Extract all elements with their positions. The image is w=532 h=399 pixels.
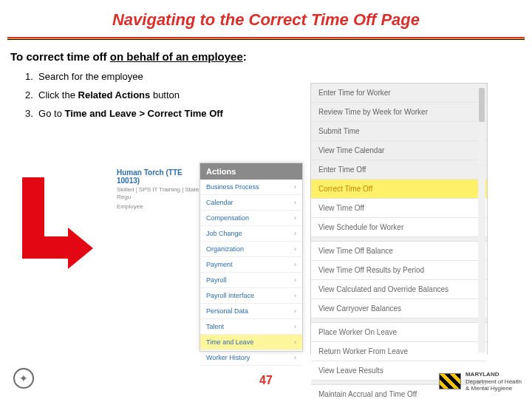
- footer-org3: & Mental Hygiene: [466, 385, 522, 392]
- submenu-item[interactable]: View Time Off Results by Period: [311, 261, 487, 280]
- chevron-right-icon: ›: [294, 230, 296, 237]
- submenu-item[interactable]: View Calculated and Override Balances: [311, 280, 487, 299]
- actions-item[interactable]: Job Change›: [200, 226, 302, 242]
- intro-text: To correct time off on behalf of an empl…: [0, 47, 532, 69]
- footer-org1: MARYLAND: [466, 371, 522, 378]
- slide-title: Navigating to the Correct Time Off Page: [0, 0, 532, 37]
- intro-tail: :: [243, 50, 247, 63]
- submenu-item[interactable]: View Time Calendar: [311, 141, 487, 160]
- employee-meta2: Employee: [117, 203, 200, 211]
- actions-item[interactable]: Calendar›: [200, 195, 302, 211]
- actions-header: Actions: [200, 163, 302, 180]
- actions-item[interactable]: Payment›: [200, 257, 302, 273]
- footer-org2: Department of Health: [466, 378, 522, 385]
- chevron-right-icon: ›: [294, 338, 296, 346]
- actions-item[interactable]: Talent›: [200, 319, 302, 335]
- chevron-right-icon: ›: [294, 183, 296, 191]
- submenu-item[interactable]: Enter Time for Worker: [311, 83, 487, 103]
- chevron-right-icon: ›: [294, 323, 296, 330]
- actions-item[interactable]: Time and Leave›: [200, 335, 302, 350]
- actions-item[interactable]: Payroll Interface›: [200, 288, 302, 304]
- actions-item[interactable]: Compensation›: [200, 211, 302, 226]
- submenu-item[interactable]: Submit Time: [311, 122, 487, 141]
- submenu-item[interactable]: View Carryover Balances: [311, 299, 487, 318]
- footer-logo: MARYLAND Department of Health & Mental H…: [439, 371, 522, 392]
- chevron-right-icon: ›: [294, 199, 296, 206]
- employee-card: Human Torch (TTE 10013) Skilled | SPS IT…: [112, 166, 204, 202]
- actions-item[interactable]: Worker History›: [200, 350, 302, 366]
- chevron-right-icon: ›: [294, 354, 296, 361]
- red-arrow-icon: [22, 177, 93, 259]
- submenu-item[interactable]: Correct Time Off: [311, 180, 487, 199]
- divider: [7, 37, 525, 40]
- submenu-item[interactable]: Return Worker From Leave: [311, 342, 487, 361]
- actions-item[interactable]: Personal Data›: [200, 304, 302, 319]
- submenu-item[interactable]: Review Time by Week for Worker: [311, 103, 487, 122]
- chevron-right-icon: ›: [294, 245, 296, 253]
- submenu: Enter Time for WorkerReview Time by Week…: [310, 83, 488, 355]
- actions-item[interactable]: Organization›: [200, 242, 302, 257]
- submenu-item[interactable]: View Schedule for Worker: [311, 218, 487, 237]
- chevron-right-icon: ›: [294, 214, 296, 222]
- scrollbar[interactable]: [478, 85, 485, 352]
- submenu-item[interactable]: Place Worker On Leave: [311, 323, 487, 342]
- maryland-flag-icon: [439, 373, 461, 389]
- submenu-item[interactable]: View Time Off Balance: [311, 242, 487, 261]
- seal-icon: ✦: [13, 368, 34, 389]
- submenu-item[interactable]: Enter Time Off: [311, 160, 487, 180]
- intro-underline: on behalf of an employee: [110, 50, 243, 63]
- employee-name: Human Torch (TTE 10013): [117, 168, 200, 185]
- chevron-right-icon: ›: [294, 261, 296, 268]
- chevron-right-icon: ›: [294, 292, 296, 299]
- scrollbar-thumb[interactable]: [479, 88, 485, 122]
- submenu-item[interactable]: View Time Off: [311, 199, 487, 218]
- employee-meta1: Skilled | SPS IT Training | State Regu: [117, 186, 200, 202]
- actions-item[interactable]: Payroll›: [200, 273, 302, 288]
- intro-lead: To correct time off: [10, 50, 110, 63]
- chevron-right-icon: ›: [294, 276, 296, 284]
- chevron-right-icon: ›: [294, 307, 296, 315]
- actions-item[interactable]: Business Process›: [200, 180, 302, 195]
- actions-menu: Actions Business Process›Calendar›Compen…: [200, 163, 303, 352]
